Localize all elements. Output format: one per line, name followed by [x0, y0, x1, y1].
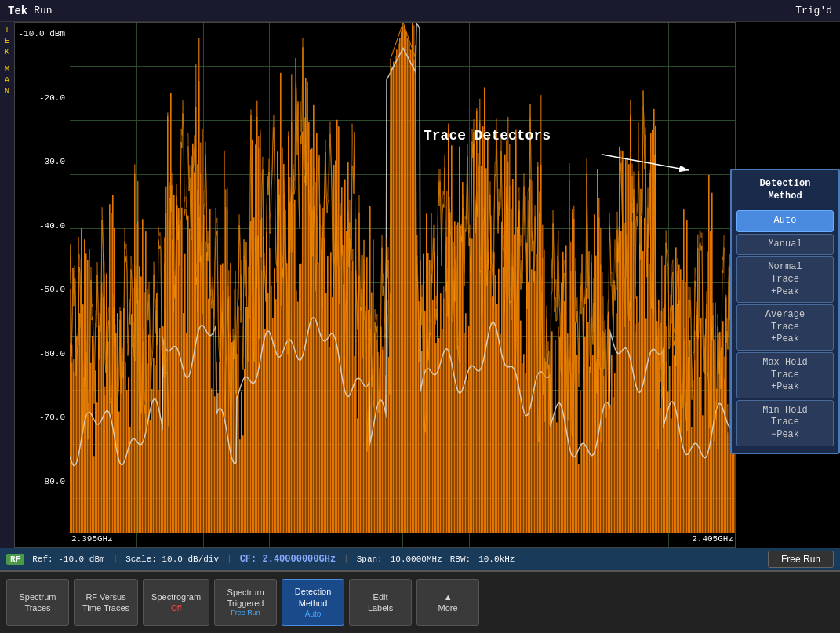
y-label-1: -20.0 [16, 93, 68, 103]
status-ref: Ref: -10.0 dBm [32, 555, 104, 564]
y-label-7: -80.0 [16, 477, 68, 486]
y-label-3: -40.0 [16, 221, 68, 231]
status-rbw-val: 10.0kHz [478, 555, 515, 564]
left-char-a: A [5, 75, 9, 86]
btn-edit-labels[interactable]: EditLabels [349, 579, 412, 626]
svg-line-1 [602, 155, 689, 170]
rf-badge: RF [6, 554, 24, 565]
left-char-e: E [5, 36, 9, 47]
tek-label: Tek [8, 5, 27, 17]
y-axis: -10.0 dBm -20.0 -30.0 -40.0 -50.0 -60.0 … [15, 23, 70, 547]
left-char-m: M [5, 64, 9, 75]
x-label-right: 2.405GHz [692, 534, 733, 544]
popup-title: DetectionMethod [732, 175, 838, 209]
trig-label: Trig'd [795, 5, 832, 16]
status-bar: RF Ref: -10.0 dBm | Scale: 10.0 dB/div |… [0, 548, 840, 571]
y-label-5: -60.0 [16, 349, 68, 358]
left-char-n: N [5, 86, 9, 97]
btn-more[interactable]: ▲More [416, 579, 479, 626]
y-label-4: -50.0 [16, 285, 68, 294]
y-label-0: -10.0 dBm [16, 29, 68, 38]
bottom-buttons: SpectrumTraces RF VersusTime Traces Spec… [0, 571, 840, 633]
left-char-k: K [5, 47, 9, 58]
popup-btn-maxhold[interactable]: Max HoldTrace+Peak [736, 352, 834, 398]
popup-btn-normal[interactable]: NormalTrace+Peak [736, 256, 834, 303]
y-label-6: -70.0 [16, 413, 68, 422]
popup-panel: DetectionMethod Auto Manual NormalTrace+… [730, 169, 840, 454]
trace-detectors-label: Trace Detectors [424, 128, 551, 144]
spectrum-canvas [70, 23, 736, 533]
trace-detectors-arrow [602, 151, 696, 174]
x-axis-labels: 2.395GHz 2.405GHz [70, 531, 735, 547]
status-scale: Scale: 10.0 dB/div [125, 555, 219, 564]
btn-spectrogram[interactable]: Spectrogram Off [143, 579, 209, 626]
run-label: Run [34, 5, 52, 16]
free-run-button[interactable]: Free Run [768, 551, 834, 568]
y-label-2: -30.0 [16, 157, 68, 166]
top-bar: Tek Run Trig'd [0, 0, 840, 22]
status-cf: CF: 2.40000000GHz [240, 554, 336, 565]
btn-spectrum-traces[interactable]: SpectrumTraces [6, 579, 69, 626]
btn-detection-method[interactable]: DetectionMethod Auto [282, 579, 344, 626]
status-span-label: Span: [357, 555, 383, 564]
chart-area: -10.0 dBm -20.0 -30.0 -40.0 -50.0 -60.0 … [14, 22, 736, 548]
btn-rf-versus[interactable]: RF VersusTime Traces [74, 579, 138, 626]
status-span-val: 10.0000MHz [391, 555, 442, 564]
left-char-t: T [5, 25, 9, 36]
left-labels: T E K M A N [0, 22, 14, 548]
x-label-left: 2.395GHz [71, 534, 113, 544]
btn-spectrum-triggered[interactable]: SpectrumTriggered Free Run [214, 579, 277, 626]
popup-btn-average[interactable]: AverageTrace+Peak [736, 304, 834, 351]
popup-btn-auto[interactable]: Auto [736, 210, 834, 232]
popup-btn-manual[interactable]: Manual [736, 234, 834, 256]
status-rbw-label: RBW: [450, 555, 471, 564]
popup-btn-minhold[interactable]: Min HoldTrace−Peak [736, 400, 834, 446]
